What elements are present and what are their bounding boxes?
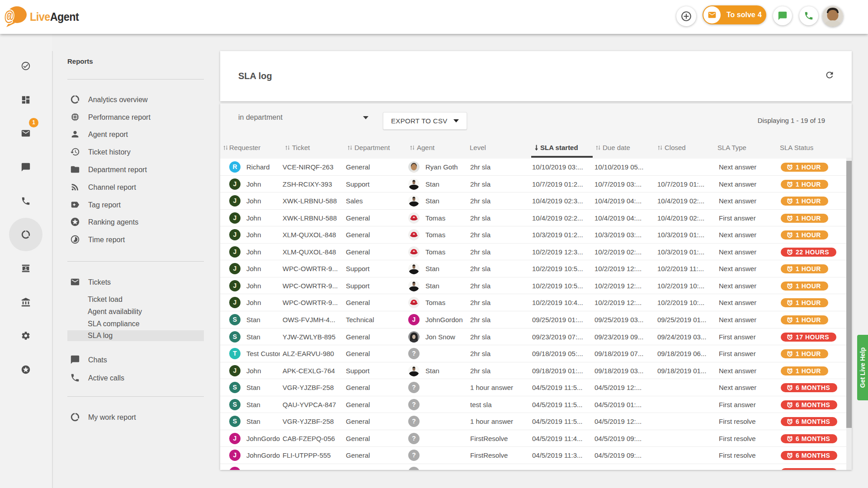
svg-text:@: @ <box>5 7 14 24</box>
